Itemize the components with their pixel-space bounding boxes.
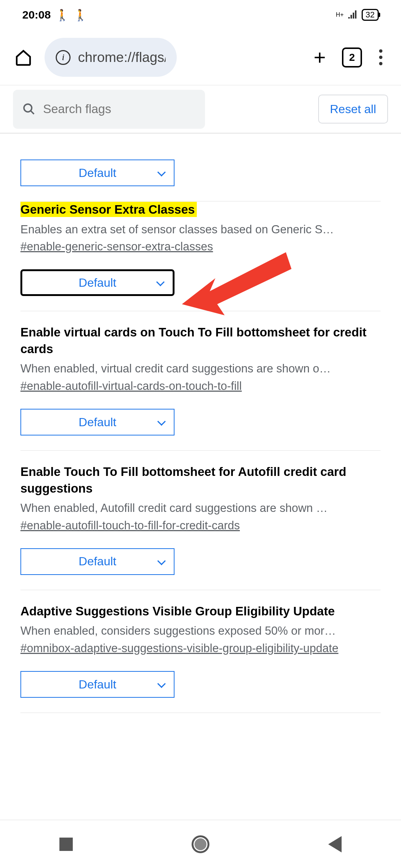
status-bar: 20:08 🚶 🚶 H+ 32 — [0, 0, 401, 30]
flag-hash-link[interactable]: #omnibox-adaptive-suggestions-visible-gr… — [20, 641, 338, 656]
search-input[interactable] — [43, 102, 196, 116]
flag-item: Generic Sensor Extra ClassesEnables an e… — [20, 201, 381, 311]
flag-select-value: Default — [79, 415, 116, 429]
flag-item-partial: Default — [20, 134, 381, 201]
flag-select[interactable]: Default — [20, 548, 175, 575]
flag-title: Generic Sensor Extra Classes — [20, 202, 197, 217]
flag-title: Enable virtual cards on Touch To Fill bo… — [20, 324, 381, 357]
search-icon — [22, 102, 36, 116]
search-flags-box[interactable] — [13, 90, 205, 129]
flag-description: When enabled, virtual credit card sugges… — [20, 361, 381, 377]
nav-back-button[interactable] — [328, 836, 342, 852]
flag-hash-link[interactable]: #enable-autofill-virtual-cards-on-touch-… — [20, 378, 242, 394]
svg-line-1 — [31, 111, 34, 114]
tab-switcher-button[interactable]: 2 — [342, 47, 362, 68]
chevron-down-icon — [156, 278, 165, 286]
flag-select[interactable]: Default — [20, 671, 175, 698]
new-tab-button[interactable]: + — [309, 45, 331, 69]
network-type: H+ — [336, 12, 344, 18]
overflow-menu-button[interactable] — [373, 49, 388, 65]
home-button[interactable] — [13, 47, 33, 68]
flag-hash-link[interactable]: #enable-generic-sensor-extra-classes — [20, 239, 213, 254]
flag-hash-link[interactable]: #enable-autofill-touch-to-fill-for-credi… — [20, 518, 240, 533]
flag-select[interactable]: Default — [20, 269, 175, 296]
status-time: 20:08 — [22, 9, 51, 21]
flag-description: When enabled, considers suggestions expo… — [20, 623, 381, 639]
svg-point-0 — [24, 104, 32, 112]
flag-select-value: Default — [79, 166, 116, 180]
flag-select[interactable]: Default — [20, 409, 175, 435]
flag-select[interactable]: Default — [20, 160, 175, 186]
flag-select-value: Default — [79, 678, 116, 691]
url-bar[interactable]: i chrome://flags/#enab — [45, 38, 177, 77]
url-text: chrome://flags/#enab — [78, 50, 166, 65]
reset-all-button[interactable]: Reset all — [318, 95, 388, 124]
flag-description: When enabled, Autofill credit card sugge… — [20, 500, 381, 516]
browser-toolbar: i chrome://flags/#enab + 2 — [0, 30, 401, 85]
chevron-down-icon — [157, 680, 166, 688]
site-info-icon[interactable]: i — [56, 50, 71, 65]
flag-item: Enable virtual cards on Touch To Fill bo… — [20, 324, 381, 451]
flag-item: Enable Touch To Fill bottomsheet for Aut… — [20, 464, 381, 590]
flag-item: Adaptive Suggestions Visible Group Eligi… — [20, 603, 381, 713]
signal-icon — [348, 9, 358, 21]
flag-title: Enable Touch To Fill bottomsheet for Aut… — [20, 464, 381, 497]
flags-search-row: Reset all — [0, 85, 401, 134]
chevron-down-icon — [157, 417, 166, 426]
flags-content: Default Generic Sensor Extra ClassesEnab… — [0, 134, 401, 713]
flag-description: Enables an extra set of sensor classes b… — [20, 222, 381, 237]
nav-home-button[interactable] — [192, 835, 209, 853]
flag-select-value: Default — [79, 555, 116, 568]
pedestrian-icon: 🚶 — [74, 9, 87, 22]
pedestrian-icon: 🚶 — [55, 9, 69, 22]
flag-select-value: Default — [79, 276, 116, 290]
battery-indicator: 32 — [362, 9, 379, 21]
android-nav-bar — [0, 820, 401, 868]
chevron-down-icon — [157, 557, 166, 565]
nav-recent-button[interactable] — [59, 838, 73, 851]
flag-title: Adaptive Suggestions Visible Group Eligi… — [20, 603, 381, 620]
chevron-down-icon — [157, 168, 166, 177]
